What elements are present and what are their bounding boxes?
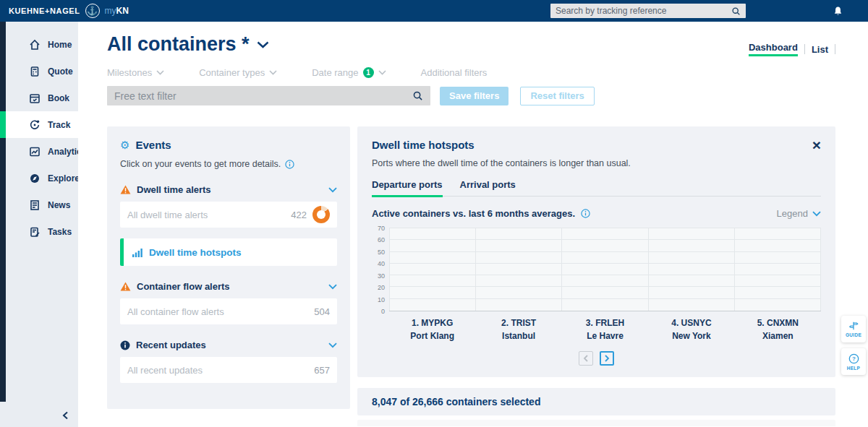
info-icon[interactable] [581, 209, 590, 218]
chart-labels: 1. MYPKGPort Klang2. TRISTIstanbul3. FRL… [389, 316, 821, 342]
panel-description: Ports where the dwell time of the contai… [372, 158, 821, 168]
sidebar-item-label: Tasks [48, 227, 72, 237]
sidebar-collapse-button[interactable] [58, 408, 72, 423]
tracking-search-input[interactable]: Search by tracking reference [550, 4, 746, 18]
filter-additional[interactable]: Additional filters [421, 67, 488, 78]
free-text-filter-placeholder: Free text filter [114, 90, 412, 102]
signpost-icon [848, 321, 859, 331]
all-dwell-time-alerts-row[interactable]: All dwell time alerts 422 [120, 202, 337, 228]
chevron-down-icon [156, 70, 164, 75]
guide-button-label: GUIDE [846, 332, 861, 337]
notifications-bell-icon[interactable] [833, 6, 843, 17]
analytics-chart-icon [29, 146, 41, 158]
sidebar: Home Quote Book Track Analytics Explore [0, 22, 78, 427]
guide-button[interactable]: GUIDE [841, 316, 866, 342]
chart-group [475, 228, 561, 311]
containers-selected-summary: 8,047 of 26,666 containers selected [357, 388, 835, 415]
panel-title: Dwell time hotspots [372, 139, 475, 151]
tracking-search-placeholder: Search by tracking reference [556, 6, 731, 16]
sidebar-item-label: Home [48, 40, 72, 50]
legend-label: Legend [777, 208, 808, 219]
warning-icon [120, 282, 131, 291]
tasks-clipboard-icon [29, 226, 41, 238]
view-tab-dashboard[interactable]: Dashboard [749, 42, 798, 56]
close-icon[interactable]: × [812, 137, 821, 152]
section-recent-updates[interactable]: Recent updates [120, 340, 337, 350]
chart-plot [389, 228, 821, 311]
chart-group [561, 228, 647, 311]
brand-name: KUEHNE+NAGEL [9, 7, 80, 15]
filter-container-types[interactable]: Container types [199, 67, 277, 78]
free-text-filter-input[interactable]: Free text filter [107, 86, 430, 105]
all-recent-updates-row[interactable]: All recent updates 657 [120, 357, 337, 383]
chevron-down-icon [328, 342, 337, 348]
chevron-down-icon[interactable] [257, 41, 269, 48]
section-title: Recent updates [136, 340, 206, 350]
selected-item-label: Dwell time hotspots [149, 247, 242, 258]
previous-page-button[interactable] [579, 351, 593, 366]
product-suffix: KN [116, 6, 129, 16]
warning-icon [120, 185, 131, 194]
reset-filters-button[interactable]: Reset filters [520, 87, 594, 105]
help-button[interactable]: ? HELP [841, 348, 866, 375]
filter-milestones[interactable]: Milestones [107, 67, 164, 78]
sidebar-item-label: Book [48, 93, 69, 103]
dwell-time-hotspots-panel: Dwell time hotspots × Ports where the dw… [357, 126, 835, 377]
sidebar-item-label: Explore [48, 173, 80, 184]
info-filled-icon [120, 340, 130, 350]
filters-row: Milestones Container types Date range 1 … [107, 67, 835, 78]
filter-date-range[interactable]: Date range 1 [312, 67, 386, 78]
next-page-button[interactable] [600, 351, 614, 366]
chevron-down-icon [269, 70, 277, 75]
sidebar-item-home[interactable]: Home [0, 31, 78, 58]
chart-groups [389, 228, 821, 311]
page-title[interactable]: All containers * [107, 33, 269, 56]
view-separator [835, 44, 835, 54]
dwell-time-hotspots-item[interactable]: Dwell time hotspots [120, 238, 337, 266]
chevron-down-icon [378, 70, 386, 75]
sidebar-item-track[interactable]: Track [0, 111, 78, 138]
x-axis-label: 3. FRLEHLe Havre [562, 316, 648, 342]
save-filters-button[interactable]: Save filters [440, 87, 509, 105]
view-switcher: Dashboard List [749, 42, 835, 56]
section-dwell-time-alerts[interactable]: Dwell time alerts [120, 184, 337, 195]
y-axis: 010203040506070 [372, 228, 389, 311]
floating-side-buttons: GUIDE ? HELP [841, 316, 866, 375]
search-icon[interactable] [412, 90, 423, 101]
info-icon[interactable] [285, 160, 294, 169]
alert-count: 422 [291, 210, 307, 220]
all-container-flow-alerts-row[interactable]: All container flow alerts 504 [120, 298, 337, 324]
sidebar-item-book[interactable]: Book [0, 85, 78, 111]
view-tab-list[interactable]: List [812, 44, 828, 55]
app-root: KUEHNE+NAGEL ⚓ myKN Search by tracking r… [0, 0, 868, 427]
filter-label: Milestones [107, 67, 152, 78]
product-prefix: my [105, 6, 116, 16]
x-axis-label: 2. TRISTIstanbul [475, 316, 561, 342]
tab-departure-ports[interactable]: Departure ports [372, 179, 443, 197]
events-title: Events [135, 139, 171, 151]
search-icon[interactable] [731, 7, 741, 16]
sidebar-item-label: News [48, 200, 70, 210]
legend-toggle[interactable]: Legend [777, 208, 821, 219]
gear-icon[interactable]: ⚙ [120, 139, 129, 150]
sidebar-item-analytics[interactable]: Analytics [0, 138, 78, 165]
chart-pagination [372, 351, 821, 366]
product-name: myKN [105, 6, 129, 16]
bar-chart-icon [132, 248, 142, 257]
sidebar-item-quote[interactable]: Quote [0, 58, 78, 85]
chart-title: Active containers vs. last 6 months aver… [372, 208, 575, 219]
sidebar-item-explore[interactable]: Explore [0, 165, 78, 191]
events-subtitle: Click on your events to get more details… [120, 159, 281, 169]
tab-arrival-ports[interactable]: Arrival ports [460, 179, 516, 196]
alert-count: 504 [314, 306, 330, 317]
anchor-logo-icon: ⚓ [85, 4, 100, 18]
sidebar-item-news[interactable]: News [0, 191, 78, 218]
sidebar-item-tasks[interactable]: Tasks [0, 218, 78, 245]
sidebar-item-label: Track [48, 120, 70, 130]
section-container-flow-alerts[interactable]: Container flow alerts [120, 281, 337, 292]
x-axis-label: 5. CNXMNXiamen [735, 316, 821, 342]
filter-label: Container types [199, 67, 265, 78]
alert-count: 657 [314, 365, 330, 376]
sidebar-item-label: Quote [48, 66, 73, 77]
chevron-down-icon [328, 187, 337, 193]
